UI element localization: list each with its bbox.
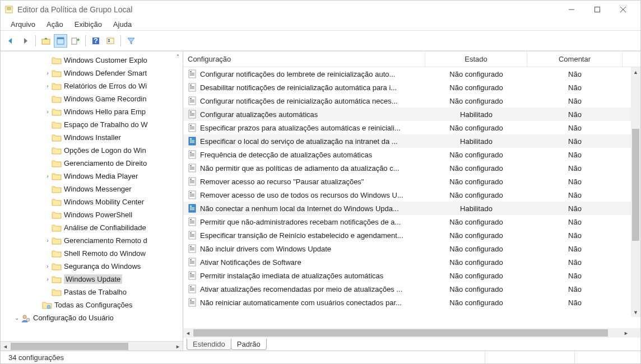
window-controls xyxy=(559,1,636,18)
show-gpo-button[interactable] xyxy=(104,34,117,48)
chevron-right-icon[interactable]: › xyxy=(44,263,52,269)
export-button[interactable] xyxy=(68,34,82,48)
list-row[interactable]: Desabilitar notificações de reinicializa… xyxy=(183,81,640,94)
setting-icon xyxy=(188,110,197,119)
tree-item[interactable]: Todas as Configurações xyxy=(1,298,183,311)
scroll-left-icon[interactable]: ◄ xyxy=(183,328,193,338)
tree-item[interactable]: ›Windows Hello para Emp xyxy=(1,105,183,118)
close-button[interactable] xyxy=(610,1,636,18)
minimize-button[interactable] xyxy=(559,1,584,18)
list-row[interactable]: Ativar Notificações de SoftwareNão confi… xyxy=(183,255,640,269)
filter-button[interactable] xyxy=(124,34,138,48)
menu-ajuda[interactable]: Ajuda xyxy=(108,18,137,30)
scroll-left-icon[interactable]: ◄ xyxy=(1,342,10,351)
list-row[interactable]: Configurar notificações do lembrete de r… xyxy=(183,67,640,81)
svg-rect-21 xyxy=(190,71,192,72)
cell-state: Não configurado xyxy=(425,191,527,199)
column-header-config[interactable]: Configuração xyxy=(183,52,425,67)
list-row[interactable]: Não reiniciar automaticamente com usuári… xyxy=(183,296,640,309)
scroll-down-icon[interactable]: ▼ xyxy=(631,307,640,317)
scroll-up-icon[interactable]: ▲ xyxy=(631,67,640,77)
tree-horizontal-scrollbar[interactable]: ◄ ► xyxy=(1,341,183,351)
chevron-right-icon[interactable]: › xyxy=(44,276,52,282)
scroll-right-icon[interactable]: ► xyxy=(173,342,183,351)
list-row[interactable]: Configurar atualizações automáticasHabil… xyxy=(183,108,640,121)
back-button[interactable] xyxy=(4,34,17,48)
list-row[interactable]: Não permitir que as políticas de adiamen… xyxy=(183,161,640,175)
tree-item[interactable]: ›Gerenciamento Remoto d xyxy=(1,234,183,247)
cell-state: Não configurado xyxy=(425,231,527,240)
help-button[interactable]: ? xyxy=(89,34,103,48)
tree-body[interactable]: Windows Customer Explo›Windows Defender … xyxy=(1,52,183,341)
tree-item[interactable]: Shell Remoto do Window xyxy=(1,247,183,260)
tree-item[interactable]: Pastas de Trabalho xyxy=(1,286,183,298)
menu-arquivo[interactable]: Arquivo xyxy=(5,18,41,30)
tree-item[interactable]: Espaço de Trabalho do W xyxy=(1,118,183,131)
menu-acao[interactable]: Ação xyxy=(41,18,69,30)
list-row[interactable]: Remover acesso ao recurso "Pausar atuali… xyxy=(183,175,640,188)
scroll-right-icon[interactable]: ► xyxy=(621,328,631,338)
tree-item[interactable]: Análise de Confiabilidade xyxy=(1,221,183,234)
chevron-right-icon[interactable]: › xyxy=(44,237,52,244)
list-row[interactable]: Não incluir drivers com Windows UpdateNã… xyxy=(183,242,640,255)
properties-button[interactable] xyxy=(54,34,67,48)
list-row[interactable]: Permitir que não-administradores recebam… xyxy=(183,215,640,228)
chevron-right-icon[interactable]: › xyxy=(44,109,52,115)
tree-item[interactable]: Windows Customer Explo xyxy=(1,54,183,67)
svg-rect-76 xyxy=(190,219,192,220)
cell-config: Especificar transição de Reinício estabe… xyxy=(183,231,425,240)
list-row[interactable]: Especificar o local do serviço de atuali… xyxy=(183,134,640,148)
scrollbar-thumb[interactable] xyxy=(632,129,639,241)
tree-item[interactable]: ›Windows Update xyxy=(1,273,183,286)
list-row[interactable]: Remover acesso de uso de todos os recurs… xyxy=(183,188,640,202)
maximize-button[interactable] xyxy=(584,1,610,18)
tree-item[interactable]: ›Windows Media Player xyxy=(1,170,183,183)
setting-name: Especificar o local do serviço de atuali… xyxy=(200,137,398,146)
list-row[interactable]: Não conectar a nenhum local da Internet … xyxy=(183,202,640,215)
chevron-down-icon[interactable]: ⌄ xyxy=(13,315,21,321)
svg-rect-106 xyxy=(190,300,192,301)
tree-item-label: Pastas de Trabalho xyxy=(64,288,127,296)
svg-text:?: ? xyxy=(94,36,98,45)
tree-item[interactable]: Opções de Logon do Win xyxy=(1,144,183,157)
tree-item[interactable]: ›Relatórios de Erros do Wi xyxy=(1,80,183,92)
scrollbar-thumb[interactable] xyxy=(11,343,128,350)
list-row[interactable]: Especificar prazos para atualizações aut… xyxy=(183,121,640,134)
list-row[interactable]: Configurar notificações de reinicializaç… xyxy=(183,94,640,108)
chevron-right-icon[interactable]: › xyxy=(44,173,52,179)
tree-item[interactable]: ›Segurança do Windows xyxy=(1,260,183,273)
tab-extended[interactable]: Estendido xyxy=(187,339,231,350)
tree-item[interactable]: Windows Mobility Center xyxy=(1,195,183,208)
forward-button[interactable] xyxy=(18,34,32,48)
column-header-comment[interactable]: Comentar xyxy=(527,52,623,67)
column-header-state[interactable]: Estado xyxy=(425,52,527,67)
app-icon xyxy=(5,5,14,14)
tree-item[interactable]: ⌄Configuração do Usuário xyxy=(1,311,183,324)
tree-item[interactable]: Windows Installer xyxy=(1,131,183,144)
svg-rect-69 xyxy=(190,196,194,197)
cell-config: Não conectar a nenhum local da Internet … xyxy=(183,204,425,213)
list-vertical-scrollbar[interactable]: ▲ ▼ xyxy=(631,67,640,317)
svg-rect-59 xyxy=(190,169,194,170)
svg-rect-68 xyxy=(190,195,194,195)
list-horizontal-scrollbar[interactable]: ◄ ► xyxy=(183,328,640,338)
list-header: Configuração Estado Comentar xyxy=(183,52,640,67)
chevron-right-icon[interactable]: › xyxy=(44,70,52,76)
list-row[interactable]: Especificar transição de Reinício estabe… xyxy=(183,228,640,242)
menu-exibicao[interactable]: Exibição xyxy=(69,18,108,30)
chevron-right-icon[interactable]: › xyxy=(44,83,52,89)
tree-scroll-up-icon[interactable]: ˄ xyxy=(176,54,179,60)
tree-item[interactable]: Windows Messenger xyxy=(1,183,183,195)
list-row[interactable]: Ativar atualizações recomendadas por mei… xyxy=(183,282,640,296)
tree-item[interactable]: Windows Game Recordin xyxy=(1,92,183,105)
tree-item[interactable]: Gerenciamento de Direito xyxy=(1,157,183,170)
svg-rect-2 xyxy=(7,8,11,9)
tree-item-label: Windows Mobility Center xyxy=(64,198,144,206)
list-row[interactable]: Frequência de detecção de atualizações a… xyxy=(183,148,640,161)
list-row[interactable]: Permitir instalação imediata de atualiza… xyxy=(183,269,640,282)
tree-item[interactable]: Windows PowerShell xyxy=(1,208,183,221)
scrollbar-thumb[interactable] xyxy=(193,329,608,337)
up-folder-button[interactable] xyxy=(39,34,53,48)
tree-item[interactable]: ›Windows Defender Smart xyxy=(1,67,183,80)
tab-standard[interactable]: Padrão xyxy=(231,339,267,350)
